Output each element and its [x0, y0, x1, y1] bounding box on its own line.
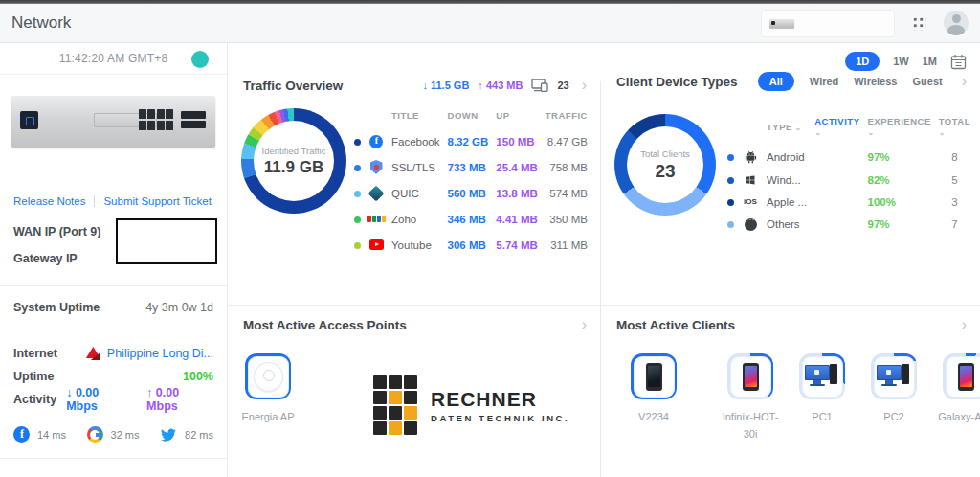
client-name: PC1: [792, 408, 852, 425]
total-value: 7: [935, 213, 974, 236]
android-icon: [742, 150, 759, 164]
table-row[interactable]: Youtube 306 MB 5.74 MB 311 MB: [350, 232, 591, 258]
app-traffic: 8.47 GB: [542, 128, 591, 154]
experience-value: 97%: [863, 145, 934, 169]
traffic-table-header: TITLE DOWN UP TRAFFIC: [350, 108, 591, 128]
up-arrow-icon: ↑: [146, 386, 152, 399]
total-value: 3: [935, 191, 974, 213]
table-row[interactable]: Others 97% 7: [724, 213, 974, 236]
os-name: Apple ...: [763, 191, 811, 213]
most-active-clients-title: Most Active Clients: [616, 318, 735, 332]
wan-info-block: WAN IP (Port 9) Gateway IP: [13, 218, 213, 278]
app-traffic: 350 MB: [542, 206, 591, 232]
col-down[interactable]: DOWN: [444, 108, 493, 128]
client-types-table: TYPE ACTIVITY EXPERIENCE TOTAL Android 9…: [724, 114, 974, 236]
facebook-ping: 14 ms: [13, 426, 87, 443]
activity-values: ↓ 0.00 Mbps ↑ 0.00 Mbps: [66, 386, 213, 413]
table-row[interactable]: iOS Apple ... 100% 3: [724, 191, 974, 213]
col-experience[interactable]: EXPERIENCE: [863, 114, 934, 145]
col-activity[interactable]: ACTIVITY: [811, 114, 863, 145]
experience-value: 100%: [863, 191, 934, 213]
col-total[interactable]: TOTAL: [935, 114, 974, 145]
table-row[interactable]: Wind... 82% 5: [724, 169, 974, 191]
internet-row: Internet Philippine Long Di...: [0, 342, 227, 365]
redacted-ip-box: [116, 218, 217, 264]
app-down: 560 MB: [444, 180, 493, 206]
col-traffic[interactable]: TRAFFIC: [542, 108, 591, 128]
table-row[interactable]: SSL/TLS 733 MB 25.4 MB 758 MB: [350, 154, 591, 180]
tab-wired[interactable]: Wired: [810, 76, 838, 87]
total-value: 5: [935, 169, 974, 191]
system-uptime-row: System Uptime 4y 3m 0w 1d: [0, 286, 227, 329]
tab-wireless[interactable]: Wireless: [854, 76, 897, 87]
app-name: Youtube: [388, 232, 444, 258]
traffic-overview-body: Identified Traffic 11.9 GB TITLE DOWN UP…: [228, 93, 600, 258]
quic-gem-icon: [368, 185, 385, 201]
series-dot: [727, 199, 734, 206]
top-bar: Network: [0, 4, 980, 43]
ap-card[interactable]: Energia AP: [243, 353, 293, 425]
client-card[interactable]: Galaxy-A03: [936, 353, 980, 443]
client-name: Infinix-HOT-30i: [721, 408, 780, 443]
client-card[interactable]: V2234: [624, 353, 683, 443]
ssl-shield-icon: [370, 160, 383, 174]
most-active-aps-title: Most Active Access Points: [243, 318, 407, 332]
user-avatar[interactable]: [944, 11, 969, 35]
chevron-right-icon[interactable]: ›: [578, 78, 587, 93]
phone-image: [646, 363, 662, 391]
app-name: Facebook: [388, 128, 444, 154]
uptime-value: 100%: [183, 370, 213, 383]
divider: [0, 458, 227, 459]
facebook-app-icon: [369, 135, 383, 148]
app-grid-icon[interactable]: [912, 16, 926, 31]
gateway-device-image[interactable]: [11, 96, 215, 148]
os-name: Android: [763, 145, 811, 169]
devices-icon: [531, 79, 548, 92]
table-row[interactable]: QUIC 560 MB 13.8 MB 574 MB: [350, 180, 591, 206]
link-separator: [94, 195, 95, 207]
client-card[interactable]: PC1: [792, 353, 852, 443]
client-name: Galaxy-A03: [936, 408, 980, 425]
chevron-right-icon[interactable]: ›: [578, 317, 587, 332]
support-links: Release Notes Submit Support Ticket: [13, 195, 213, 207]
client-card[interactable]: Infinix-HOT-30i: [721, 353, 780, 443]
series-dot: [727, 154, 734, 161]
client-card[interactable]: PC2: [864, 353, 924, 443]
most-active-clients-header: Most Active Clients ›: [601, 305, 980, 332]
total-download: ↓ 11.5 GB: [422, 80, 469, 91]
most-active-clients-body: V2234 Infinix-HOT-30i PC1: [601, 332, 980, 443]
activity-upload: ↑ 0.00 Mbps: [146, 386, 213, 413]
traffic-donut-chart[interactable]: Identified Traffic 11.9 GB: [241, 108, 346, 214]
most-active-aps-body: Energia AP RECHNER DATEN TECHNIK INC.: [228, 332, 600, 425]
gateway-sidebar: 11:42:20 AM GMT+8 Release Notes Submit S…: [0, 43, 227, 477]
app-up: 13.8 MB: [492, 180, 541, 206]
chevron-right-icon[interactable]: ›: [958, 74, 967, 89]
latency-row: 14 ms 32 ms 82 ms: [13, 426, 213, 443]
tab-all[interactable]: All: [758, 72, 794, 91]
company-logo-icon: [373, 375, 417, 435]
series-dot: [354, 165, 361, 171]
table-row[interactable]: Android 97% 8: [724, 145, 974, 169]
series-dot: [354, 216, 361, 223]
clients-donut-chart[interactable]: Total Clients 23: [614, 114, 716, 216]
tab-guest[interactable]: Guest: [912, 76, 942, 87]
release-notes-link[interactable]: Release Notes: [13, 195, 85, 207]
col-type[interactable]: TYPE: [763, 114, 811, 145]
app-name: Zoho: [388, 206, 444, 232]
console-selector[interactable]: [761, 10, 895, 37]
app-up: 150 MB: [492, 128, 541, 154]
dashboard-content: 1D 1W 1M 11:42:20 AM GMT+8: [0, 43, 980, 477]
chevron-right-icon[interactable]: ›: [958, 317, 967, 332]
windows-icon: [742, 174, 759, 186]
col-title[interactable]: TITLE: [388, 108, 444, 128]
series-dot: [354, 242, 361, 249]
isp-name-link[interactable]: Philippine Long Di...: [107, 347, 213, 360]
submit-ticket-link[interactable]: Submit Support Ticket: [103, 195, 212, 207]
table-row[interactable]: Facebook 8.32 GB 150 MB 8.47 GB: [350, 128, 591, 154]
table-row[interactable]: Zoho 346 MB 4.41 MB 350 MB: [350, 206, 591, 232]
gateway-ports: [139, 109, 173, 130]
client-name: PC2: [864, 408, 924, 425]
internet-label: Internet: [13, 347, 57, 360]
card-separator: [702, 358, 702, 395]
col-up[interactable]: UP: [492, 108, 541, 128]
